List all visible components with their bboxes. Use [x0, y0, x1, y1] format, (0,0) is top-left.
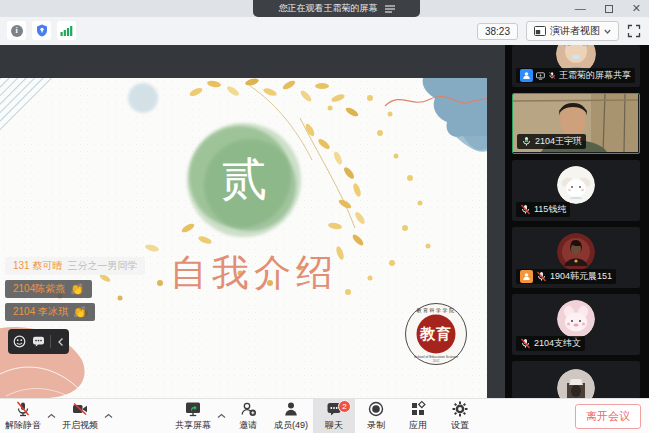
screen-share-icon [536, 71, 545, 81]
unmute-button[interactable]: 解除静音 [0, 399, 46, 433]
os-titlebar: 您正在观看王霜菊的屏幕 — ✕ [0, 0, 649, 17]
participant-label: 2104王宇琪 [517, 134, 586, 149]
participant-tile-screenshare[interactable]: 王霜菊的屏幕共享 [512, 45, 640, 87]
camera-off-icon [71, 400, 89, 418]
divider [50, 335, 51, 348]
chat-message: 131 蔡可晴 三分之一男同学 [5, 257, 145, 275]
members-button[interactable]: 成员(49) [269, 399, 313, 433]
encryption-shield-icon[interactable] [32, 21, 51, 40]
avatar [557, 300, 595, 338]
settings-button[interactable]: 设置 [439, 399, 481, 433]
toolbar-spacer [114, 416, 170, 417]
record-icon [367, 400, 385, 418]
members-icon [282, 400, 300, 418]
collapse-chevron-icon[interactable] [57, 337, 64, 347]
mic-muted-icon [536, 271, 547, 282]
apps-button[interactable]: 应用 [397, 399, 439, 433]
mic-active-icon [521, 136, 532, 147]
mic-options-caret[interactable] [46, 399, 57, 433]
clap-emoji: 👏 [70, 283, 84, 296]
invite-button[interactable]: 邀请 [227, 399, 269, 433]
record-button[interactable]: 录制 [355, 399, 397, 433]
watching-screen-pill[interactable]: 您正在观看王霜菊的屏幕 [253, 0, 420, 17]
mic-muted-icon [520, 204, 531, 215]
participant-tile-video[interactable]: 2104王宇琪 [512, 93, 640, 154]
reaction-quickbar [8, 329, 69, 354]
avatar [557, 233, 595, 271]
share-options-caret[interactable] [216, 399, 227, 433]
participants-sidebar: 王霜菊的屏幕共享 [505, 45, 649, 398]
chat-overlay: 131 蔡可晴 三分之一男同学 2104陈紫燕 👏 2104 李冰琪 👏 [5, 257, 145, 321]
invite-icon [239, 400, 257, 418]
chat-button[interactable]: 聊天 2 [313, 399, 355, 433]
participant-tile[interactable]: 2104支纬文 [512, 294, 640, 355]
meeting-timer: 38:23 [477, 23, 518, 40]
window-controls: — ✕ [575, 0, 641, 17]
leave-meeting-button[interactable]: 离开会议 [575, 404, 641, 429]
video-options-caret[interactable] [103, 399, 114, 433]
share-screen-button[interactable]: 共享屏幕 [170, 399, 216, 433]
participant-tile[interactable]: 1904韩元晨151 [512, 227, 640, 288]
fullscreen-icon[interactable] [627, 24, 641, 38]
participant-label: 1904韩元晨151 [516, 269, 616, 284]
start-video-button[interactable]: 开启视频 [57, 399, 103, 433]
meeting-info-icon[interactable]: i [7, 21, 26, 40]
meeting-toolbar: 解除静音 开启视频 [0, 398, 649, 433]
menu-lines-icon [385, 5, 395, 13]
maximize-button[interactable] [605, 5, 613, 13]
mic-muted-icon [14, 400, 32, 418]
shared-screen-view: 贰 自我介绍 教育科学学院 教育 School of Education Sci… [0, 45, 505, 398]
slide-title: 自我介绍 [170, 248, 338, 298]
mic-muted-icon [520, 338, 531, 349]
member-icon [520, 69, 533, 82]
school-seal-logo: 教育科学学院 教育 School of Education Science 20… [405, 303, 467, 365]
participant-label: 2104支纬文 [516, 336, 585, 351]
main-area: 贰 自我介绍 教育科学学院 教育 School of Education Sci… [0, 45, 649, 398]
participant-label: 王霜菊的屏幕共享 [516, 68, 635, 83]
chat-unread-badge: 2 [338, 400, 351, 413]
watching-screen-label: 您正在观看王霜菊的屏幕 [279, 2, 378, 15]
chevron-down-icon [604, 29, 611, 34]
view-mode-dropdown[interactable]: 演讲者视图 [526, 21, 619, 41]
chat-bubble-icon[interactable] [32, 335, 45, 348]
mic-muted-icon [548, 70, 556, 81]
minimize-button[interactable]: — [575, 3, 586, 14]
presentation-slide: 贰 自我介绍 教育科学学院 教育 School of Education Sci… [0, 78, 487, 398]
apps-icon [409, 400, 427, 418]
smiley-reaction-icon[interactable] [13, 335, 26, 348]
network-signal-icon[interactable] [57, 21, 76, 40]
participant-tile[interactable] [512, 361, 640, 398]
share-screen-icon [184, 400, 202, 418]
chat-message: 2104陈紫燕 👏 [5, 280, 92, 298]
meeting-window: 您正在观看王霜菊的屏幕 — ✕ i [0, 0, 649, 433]
gear-icon [451, 400, 469, 418]
avatar [557, 166, 595, 204]
layout-icon [534, 26, 546, 36]
close-button[interactable]: ✕ [632, 3, 641, 14]
slide-section-number: 贰 [188, 124, 300, 236]
meeting-statusbar: i 38:23 演讲者视图 [0, 17, 649, 45]
view-mode-label: 演讲者视图 [550, 24, 600, 38]
participant-label: 115钱纯 [516, 202, 570, 217]
clap-emoji: 👏 [73, 306, 87, 319]
chat-message: 2104 李冰琪 👏 [5, 303, 95, 321]
participant-tile[interactable]: 115钱纯 [512, 160, 640, 221]
avatar [557, 369, 595, 398]
member-icon [520, 270, 533, 283]
